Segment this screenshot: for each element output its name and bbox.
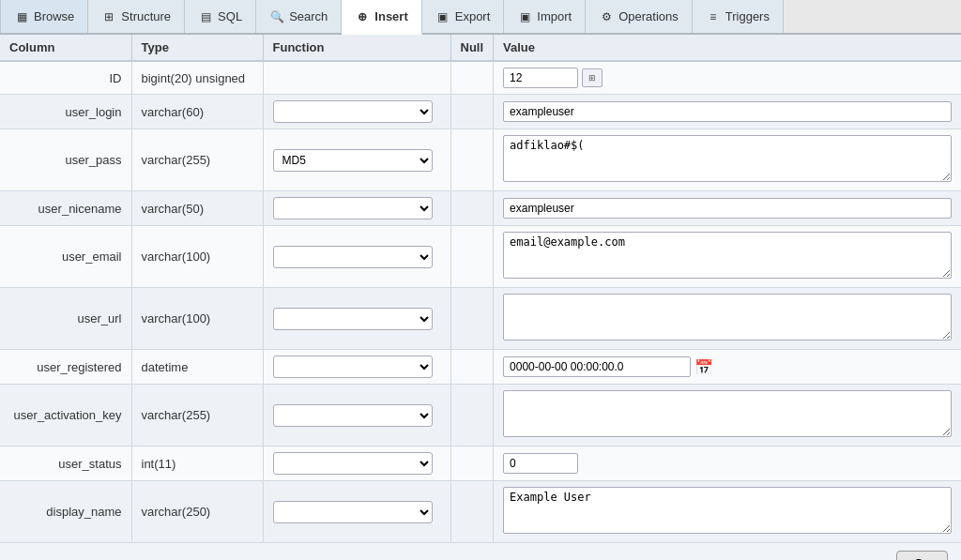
structure-label: Structure (121, 9, 171, 23)
row-9-null-cell (450, 481, 494, 543)
table-row: IDbigint(20) unsigned⊞ (0, 61, 961, 95)
triggers-label: Triggers (725, 9, 770, 23)
col-header-type: Type (131, 35, 263, 61)
table-header-row: Column Type Function Null Value (0, 35, 961, 61)
row-6-datetime-input[interactable] (503, 356, 691, 377)
row-5-function-cell: AES_DECRYPTAES_ENCRYPTBINCHARCOMPRESSDEF… (263, 288, 450, 350)
table-row: user_passvarchar(255)AES_DECRYPTAES_ENCR… (0, 129, 961, 191)
row-5-value-textarea[interactable] (503, 294, 952, 341)
row-8-function-cell: AES_DECRYPTAES_ENCRYPTBINCHARCOMPRESSDEF… (263, 446, 450, 481)
row-7-column: user_activation_key (0, 385, 131, 446)
sql-icon: ▤ (198, 9, 213, 24)
row-6-column: user_registered (0, 350, 131, 385)
row-7-function-select[interactable]: AES_DECRYPTAES_ENCRYPTBINCHARCOMPRESSDEF… (273, 404, 433, 427)
row-4-function-select[interactable]: AES_DECRYPTAES_ENCRYPTBINCHARCOMPRESSDEF… (273, 246, 433, 268)
operations-icon: ⚙ (599, 9, 614, 24)
row-1-column: user_login (0, 95, 131, 129)
table-row: user_activation_keyvarchar(255)AES_DECRY… (0, 385, 961, 446)
row-6-null-cell (450, 350, 494, 385)
search-label: Search (289, 9, 328, 23)
row-8-null-cell (450, 446, 494, 481)
tab-bar: ▦Browse⊞Structure▤SQL🔍Search⊕Insert▣Expo… (0, 0, 961, 35)
row-1-value-cell (494, 95, 961, 129)
row-0-id-icon: ⊞ (582, 68, 603, 87)
row-6-calendar-icon[interactable]: 📅 (694, 357, 713, 376)
row-4-value-textarea[interactable] (503, 232, 952, 279)
row-2-column: user_pass (0, 129, 131, 191)
row-4-value-cell (494, 226, 961, 288)
row-3-type: varchar(50) (131, 191, 263, 226)
col-header-value: Value (494, 35, 961, 61)
row-8-function-select[interactable]: AES_DECRYPTAES_ENCRYPTBINCHARCOMPRESSDEF… (273, 452, 433, 475)
row-0-column: ID (0, 61, 131, 95)
row-9-value-cell (494, 481, 961, 543)
row-3-value-cell (494, 191, 961, 226)
tab-operations[interactable]: ⚙Operations (586, 0, 693, 33)
row-5-type: varchar(100) (131, 288, 263, 350)
row-4-type: varchar(100) (131, 226, 263, 288)
row-8-type: int(11) (131, 446, 263, 481)
row-4-column: user_email (0, 226, 131, 288)
row-0-null-cell (450, 61, 494, 95)
row-3-function-cell: AES_DECRYPTAES_ENCRYPTBINCHARCOMPRESSDEF… (263, 191, 450, 226)
row-6-datetime-wrap: 📅 (503, 356, 952, 377)
insert-table: Column Type Function Null Value IDbigint… (0, 35, 961, 543)
row-6-function-select[interactable]: AES_DECRYPTAES_ENCRYPTBINCHARCOMPRESSDEF… (273, 356, 433, 378)
tab-structure[interactable]: ⊞Structure (88, 0, 185, 33)
row-9-type: varchar(250) (131, 481, 263, 543)
row-5-function-select[interactable]: AES_DECRYPTAES_ENCRYPTBINCHARCOMPRESSDEF… (273, 308, 433, 330)
row-1-value-input[interactable] (503, 101, 952, 122)
row-7-type: varchar(255) (131, 385, 263, 446)
search-icon: 🔍 (269, 9, 284, 24)
row-9-function-select[interactable]: AES_DECRYPTAES_ENCRYPTBINCHARCOMPRESSDEF… (273, 501, 433, 523)
row-0-id-wrap: ⊞ (503, 68, 952, 88)
row-1-null-cell (450, 95, 494, 129)
insert-icon: ⊕ (355, 9, 370, 24)
table-row: user_statusint(11)AES_DECRYPTAES_ENCRYPT… (0, 446, 961, 481)
export-icon: ▣ (435, 9, 450, 24)
import-icon: ▣ (517, 9, 532, 24)
row-9-value-textarea[interactable] (503, 487, 952, 534)
row-4-null-cell (450, 226, 494, 288)
tab-import[interactable]: ▣Import (504, 0, 586, 33)
browse-icon: ▦ (14, 9, 29, 24)
table-row: user_registereddatetimeAES_DECRYPTAES_EN… (0, 350, 961, 385)
row-0-value-cell: ⊞ (494, 61, 961, 95)
tab-sql[interactable]: ▤SQL (185, 0, 256, 33)
structure-icon: ⊞ (101, 9, 116, 24)
go-button[interactable]: Go (896, 551, 948, 560)
triggers-icon: ≡ (706, 9, 721, 24)
row-2-type: varchar(255) (131, 129, 263, 191)
row-2-function-cell: AES_DECRYPTAES_ENCRYPTBINCHARCOMPRESSDEF… (263, 129, 450, 191)
row-1-function-select[interactable]: AES_DECRYPTAES_ENCRYPTBINCHARCOMPRESSDEF… (273, 100, 433, 123)
row-3-column: user_nicename (0, 191, 131, 226)
row-5-value-cell (494, 288, 961, 350)
row-0-function-cell (263, 61, 450, 95)
table-row: display_namevarchar(250)AES_DECRYPTAES_E… (0, 481, 961, 543)
tab-insert[interactable]: ⊕Insert (342, 0, 421, 35)
row-4-function-cell: AES_DECRYPTAES_ENCRYPTBINCHARCOMPRESSDEF… (263, 226, 450, 288)
row-2-value-textarea[interactable] (503, 135, 952, 182)
row-0-type: bigint(20) unsigned (131, 61, 263, 95)
row-2-value-cell (494, 129, 961, 191)
row-7-function-cell: AES_DECRYPTAES_ENCRYPTBINCHARCOMPRESSDEF… (263, 385, 450, 446)
row-6-function-cell: AES_DECRYPTAES_ENCRYPTBINCHARCOMPRESSDEF… (263, 350, 450, 385)
tab-triggers[interactable]: ≡Triggers (693, 0, 784, 33)
tab-browse[interactable]: ▦Browse (0, 0, 88, 33)
tab-export[interactable]: ▣Export (422, 0, 505, 33)
row-7-null-cell (450, 385, 494, 446)
table-row: user_urlvarchar(100)AES_DECRYPTAES_ENCRY… (0, 288, 961, 350)
row-3-value-input[interactable] (503, 198, 952, 219)
row-6-value-cell: 📅 (494, 350, 961, 385)
row-2-function-select[interactable]: AES_DECRYPTAES_ENCRYPTBINCHARCOMPRESSDEF… (273, 149, 433, 172)
row-3-function-select[interactable]: AES_DECRYPTAES_ENCRYPTBINCHARCOMPRESSDEF… (273, 197, 433, 219)
tab-search[interactable]: 🔍Search (256, 0, 342, 33)
go-bar: Go (0, 543, 961, 560)
row-0-value-input[interactable] (503, 68, 578, 88)
table-row: user_nicenamevarchar(50)AES_DECRYPTAES_E… (0, 191, 961, 226)
import-label: Import (537, 9, 572, 23)
row-6-type: datetime (131, 350, 263, 385)
row-8-value-input[interactable] (503, 453, 578, 474)
row-7-value-cell (494, 385, 961, 446)
row-7-value-textarea[interactable] (503, 390, 952, 437)
